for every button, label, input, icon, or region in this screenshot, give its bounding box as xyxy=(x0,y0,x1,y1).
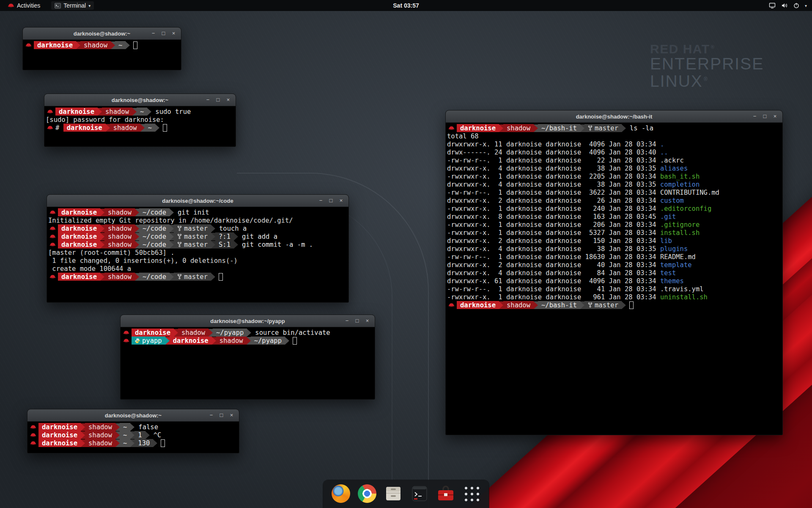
terminal-line: -rwxrwxr-x. 1 darknoise darknoise 961 Ja… xyxy=(447,293,782,301)
directory-name: template xyxy=(660,261,692,269)
minimize-button[interactable]: − xyxy=(752,110,757,122)
clock-button[interactable]: Sat 03:57 xyxy=(393,2,419,9)
powerline-arrow-icon xyxy=(100,233,104,240)
terminal-line: drwxrwxr-x. 4 darknoise darknoise 38 Jan… xyxy=(447,164,782,172)
dock-files-icon[interactable] xyxy=(384,484,403,503)
dock-terminal-icon[interactable] xyxy=(410,484,429,503)
terminal-line: darknoiseshadow~/bash-itmasterls -la xyxy=(447,124,782,132)
output-text: drwxrwxr-x. 4 darknoise darknoise 38 Jan… xyxy=(447,245,660,253)
command-text: git add a xyxy=(242,233,277,240)
powerline-arrow-icon xyxy=(111,41,115,49)
prompt-segment-host: shadow xyxy=(110,124,140,132)
redhat-prompt-icon xyxy=(30,425,36,429)
terminal-line: create mode 100644 a xyxy=(48,265,348,273)
minimize-button[interactable]: − xyxy=(208,409,214,421)
window-titlebar[interactable]: darknoise@shadow:~ −□× xyxy=(44,94,236,106)
prompt-segment-host: shadow xyxy=(503,301,534,309)
window-titlebar[interactable]: darknoise@shadow:~ −□× xyxy=(27,409,239,422)
terminal-content[interactable]: darknoiseshadow~/pyappsource bin/activat… xyxy=(121,327,375,346)
display-icon[interactable] xyxy=(769,3,776,8)
maximize-button[interactable]: □ xyxy=(762,110,768,122)
terminal-window: darknoise@shadow:~ −□× darknoiseshadow~f… xyxy=(27,409,239,453)
prompt-segment-user: darknoise xyxy=(63,124,106,132)
dock-app-grid-icon[interactable] xyxy=(463,485,480,502)
prompt-segment-user: darknoise xyxy=(58,232,100,240)
terminal-line: darknoiseshadow~/codemaster xyxy=(48,273,348,281)
window-titlebar[interactable]: darknoise@shadow:~/code −□× xyxy=(47,195,348,207)
executable-name: bash_it.sh xyxy=(660,173,700,180)
close-button[interactable]: × xyxy=(772,110,778,122)
prompt-segment-branch: master xyxy=(174,224,211,232)
window-titlebar[interactable]: darknoise@shadow:~ −□× xyxy=(23,28,181,40)
powerline-arrow-icon xyxy=(130,423,134,431)
window-title: darknoise@shadow:~/code xyxy=(47,198,348,204)
terminal-line: -rwxrwxr-x. 1 darknoise darknoise 2205 J… xyxy=(447,172,782,180)
prompt-segment-path: ~/bash-it xyxy=(538,124,580,132)
close-button[interactable]: × xyxy=(229,409,234,421)
terminal-content[interactable]: darknoiseshadow~ xyxy=(23,40,181,50)
command-text: ls -la xyxy=(630,124,653,132)
powerline-arrow-icon xyxy=(234,241,238,248)
powerline-arrow-icon xyxy=(135,233,139,240)
powerline-arrow-icon xyxy=(499,301,503,309)
maximize-button[interactable]: □ xyxy=(354,315,360,327)
close-button[interactable]: × xyxy=(225,94,231,106)
terminal-content[interactable]: darknoiseshadow~/bash-itmasterls -latota… xyxy=(446,123,782,310)
terminal-line: # darknoiseshadow~ xyxy=(46,124,235,132)
maximize-button[interactable]: □ xyxy=(215,94,221,106)
output-text: [master (root-commit) 50bcb63] . xyxy=(48,249,175,257)
powerline-arrow-icon xyxy=(247,329,251,337)
power-icon[interactable] xyxy=(793,3,799,8)
powerline-arrow-icon xyxy=(165,337,170,345)
close-button[interactable]: × xyxy=(171,28,176,39)
powerline-arrow-icon xyxy=(622,301,626,309)
terminal-line: darknoiseshadow~1^C xyxy=(29,431,238,439)
terminal-window: darknoise@shadow:~ −□× darknoiseshadow~s… xyxy=(44,94,236,147)
terminal-content[interactable]: darknoiseshadow~sudo true[sudo] password… xyxy=(44,106,236,133)
close-button[interactable]: × xyxy=(338,195,344,207)
terminal-line: darknoiseshadow~false xyxy=(29,423,238,431)
minimize-button[interactable]: − xyxy=(151,28,156,39)
terminal-content[interactable]: darknoiseshadow~falsedarknoiseshadow~1^C… xyxy=(27,422,239,448)
branch-icon xyxy=(177,226,182,231)
powerline-arrow-icon xyxy=(130,431,134,439)
window-titlebar[interactable]: darknoise@shadow:~/pyapp −□× xyxy=(121,315,375,327)
output-text: -rwxrwxr-x. 1 darknoise darknoise 5327 J… xyxy=(447,229,660,237)
output-text: -rwxrwxr-x. 1 darknoise darknoise 2205 J… xyxy=(447,173,660,180)
registered-mark: ® xyxy=(711,44,715,50)
minimize-button[interactable]: − xyxy=(205,94,211,106)
app-menu-button[interactable]: Terminal ▾ xyxy=(51,1,94,10)
volume-icon[interactable] xyxy=(781,3,788,8)
dock-chrome-icon[interactable] xyxy=(358,484,376,503)
close-button[interactable]: × xyxy=(365,315,370,327)
powerline-arrow-icon xyxy=(100,241,104,248)
command-text: sudo true xyxy=(155,108,191,116)
prompt-segment-user: darknoise xyxy=(58,208,100,216)
minimize-button[interactable]: − xyxy=(318,195,324,207)
maximize-button[interactable]: □ xyxy=(328,195,334,207)
terminal-line: drwx------. 24 darknoise darknoise 4096 … xyxy=(447,148,782,156)
prompt-segment-path: ~ xyxy=(120,439,130,447)
window-titlebar[interactable]: darknoise@shadow:~/bash-it −□× xyxy=(446,110,782,123)
powerline-arrow-icon xyxy=(534,124,538,132)
terminal-window: darknoise@shadow:~ −□× darknoiseshadow~ xyxy=(22,27,181,70)
directory-name: lib xyxy=(660,237,672,245)
system-status-area[interactable]: ▾ xyxy=(769,3,812,8)
dock-toolbox-icon[interactable] xyxy=(436,484,455,503)
prompt-segment-path: ~ xyxy=(145,124,155,132)
powerline-arrow-icon xyxy=(580,301,584,309)
minimize-button[interactable]: − xyxy=(344,315,350,327)
terminal-line: darknoiseshadow~/codegit init xyxy=(48,208,348,216)
activities-button[interactable]: Activities xyxy=(4,1,44,10)
powerline-arrow-icon xyxy=(106,124,110,132)
terminal-content[interactable]: darknoiseshadow~/codegit initInitialized… xyxy=(47,207,348,282)
powerline-arrow-icon xyxy=(234,233,238,240)
maximize-button[interactable]: □ xyxy=(161,28,166,39)
prompt-segment-user: darknoise xyxy=(58,224,100,232)
directory-name: themes xyxy=(660,277,684,285)
dock-firefox-icon[interactable] xyxy=(332,484,350,503)
maximize-button[interactable]: □ xyxy=(219,409,224,421)
powerline-arrow-icon xyxy=(170,209,174,216)
output-text: drwxrwxr-x. 4 darknoise darknoise 38 Jan… xyxy=(447,165,660,172)
prompt-segment-path: ~/code xyxy=(139,224,170,232)
